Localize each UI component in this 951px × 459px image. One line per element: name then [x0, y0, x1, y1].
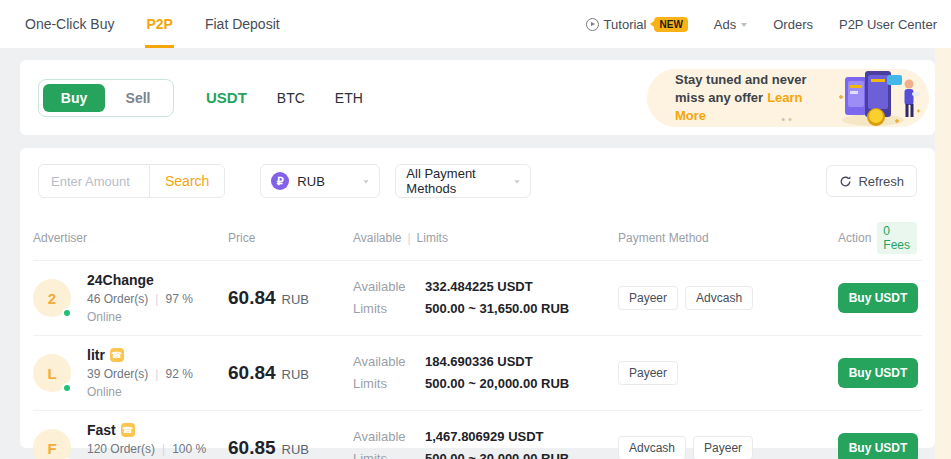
zero-fees-badge: 0 Fees [877, 222, 917, 254]
tab-p2p[interactable]: P2P [145, 0, 173, 48]
refresh-button[interactable]: Refresh [826, 165, 917, 197]
avatar-letter: L [47, 365, 56, 382]
header-advertiser: Advertiser [33, 231, 228, 245]
available-label: Available [353, 426, 415, 448]
play-circle-icon [586, 18, 599, 31]
online-status-dot [62, 383, 72, 393]
avatar-letter: F [47, 440, 56, 457]
divider: | [155, 442, 172, 456]
coin-tab-eth[interactable]: ETH [335, 89, 363, 106]
avatar[interactable]: 2 [33, 279, 71, 317]
coin-tab-usdt[interactable]: USDT [206, 89, 247, 106]
trade-selector-card: Buy Sell USDTBTCETH Stay tuned and never… [20, 60, 935, 135]
completion-rate: 92 % [165, 367, 192, 381]
tab-one-click-buy[interactable]: One-Click Buy [24, 0, 115, 48]
offer-row: F Fast ☎ 120 Order(s)|100 % Online 60.85… [33, 410, 922, 459]
promo-banner[interactable]: Stay tuned and never miss any offerLearn… [647, 69, 929, 127]
action-cell: Buy USDT [838, 358, 923, 388]
limits-value: 500.00 ~ 31,650.00 RUB [425, 298, 569, 320]
available-limits-cell: Available1,467.806929 USDT Limits500.00 … [353, 426, 618, 459]
header-available-limits: Available|Limits [353, 231, 618, 245]
search-button[interactable]: Search [150, 165, 224, 197]
coin-tab-btc[interactable]: BTC [277, 89, 305, 106]
limits-value: 500.00 ~ 20,000.00 RUB [425, 373, 569, 395]
topbar: One-Click BuyP2PFiat Deposit Tutorial NE… [0, 0, 951, 48]
chevron-down-icon [364, 180, 369, 183]
banner-illustration [831, 67, 923, 129]
completion-rate: 100 % [172, 442, 206, 456]
refresh-label: Refresh [858, 174, 904, 189]
orders-link[interactable]: Orders [773, 17, 813, 32]
chevron-down-icon [515, 180, 520, 183]
avatar-letter: 2 [48, 290, 56, 307]
amount-input[interactable] [39, 174, 149, 189]
page-side-strip [935, 48, 951, 459]
order-count: 39 Order(s) [87, 367, 148, 381]
advertiser-cell: L litr ☎ 39 Order(s)|92 % Online [33, 347, 228, 399]
available-limits-cell: Available332.484225 USDT Limits500.00 ~ … [353, 276, 618, 320]
header-action: Action 0 Fees [838, 222, 922, 254]
available-label: Available [353, 351, 415, 373]
available-value: 332.484225 USDT [425, 276, 533, 298]
offer-list: 2 24Change ☎ 46 Order(s)|97 % Online 60.… [33, 260, 922, 459]
completion-rate: 97 % [165, 292, 192, 306]
refresh-icon [839, 175, 852, 188]
avatar[interactable]: F [33, 429, 71, 459]
advertiser-name[interactable]: Fast [87, 422, 116, 438]
chevron-down-icon [741, 23, 747, 27]
buy-usdt-button[interactable]: Buy USDT [838, 358, 918, 388]
advertiser-cell: F Fast ☎ 120 Order(s)|100 % Online [33, 422, 228, 459]
price-currency: RUB [282, 442, 309, 457]
payment-method-tag: Advcash [685, 286, 753, 310]
main-tabs: One-Click BuyP2PFiat Deposit [24, 0, 281, 48]
price-value: 60.84 [228, 362, 276, 383]
limits-label: Limits [353, 373, 415, 395]
available-label: Available [353, 276, 415, 298]
sell-tab[interactable]: Sell [107, 84, 169, 112]
buy-usdt-button[interactable]: Buy USDT [838, 283, 918, 313]
topnav-right: Tutorial NEW Ads Orders P2P User Center [586, 0, 937, 48]
price-value: 60.84 [228, 287, 276, 308]
price-cell: 60.84RUB [228, 287, 353, 309]
phone-verified-icon: ☎ [110, 348, 124, 362]
limits-label: Limits [353, 448, 415, 459]
payment-method-select[interactable]: All Payment Methods [395, 164, 531, 198]
coin-tabs: USDTBTCETH [206, 89, 363, 106]
buy-tab[interactable]: Buy [43, 84, 105, 112]
filter-bar: Search ₽ RUB All Payment Methods Refresh [38, 164, 922, 198]
tutorial-label: Tutorial [604, 17, 647, 32]
tab-fiat-deposit[interactable]: Fiat Deposit [204, 0, 281, 48]
payment-value: All Payment Methods [406, 166, 514, 196]
price-cell: 60.85RUB [228, 437, 353, 459]
online-status: Online [87, 385, 193, 399]
advertiser-cell: 2 24Change ☎ 46 Order(s)|97 % Online [33, 272, 228, 324]
carousel-dots[interactable]: •• [781, 113, 795, 125]
p2p-user-center-link[interactable]: P2P User Center [839, 17, 937, 32]
payment-methods-cell: Payeer [618, 361, 838, 385]
online-status-dot [62, 308, 72, 318]
header-payment-method: Payment Method [618, 231, 838, 245]
tutorial-link[interactable]: Tutorial NEW [586, 17, 688, 32]
ads-label: Ads [714, 17, 736, 32]
ads-menu[interactable]: Ads [714, 17, 747, 32]
amount-search-box: Search [38, 164, 225, 198]
available-value: 1,467.806929 USDT [425, 426, 544, 448]
table-header: Advertiser Price Available|Limits Paymen… [33, 222, 922, 254]
avatar[interactable]: L [33, 354, 71, 392]
price-value: 60.85 [228, 437, 276, 458]
offers-card: Search ₽ RUB All Payment Methods Refresh… [20, 148, 935, 448]
advertiser-name[interactable]: litr [87, 347, 105, 363]
online-status: Online [87, 310, 193, 324]
payment-method-tag: Payeer [618, 286, 678, 310]
banner-text: Stay tuned and never miss any offerLearn… [675, 71, 835, 125]
advertiser-name[interactable]: 24Change [87, 272, 154, 288]
price-cell: 60.84RUB [228, 362, 353, 384]
fiat-currency-select[interactable]: ₽ RUB [260, 164, 380, 198]
payment-methods-cell: PayeerAdvcash [618, 286, 838, 310]
header-price: Price [228, 231, 353, 245]
offer-row: 2 24Change ☎ 46 Order(s)|97 % Online 60.… [33, 260, 922, 335]
buy-usdt-button[interactable]: Buy USDT [838, 433, 918, 459]
payment-method-tag: Advcash [618, 436, 686, 459]
buy-sell-toggle: Buy Sell [38, 79, 174, 117]
limits-label: Limits [353, 298, 415, 320]
